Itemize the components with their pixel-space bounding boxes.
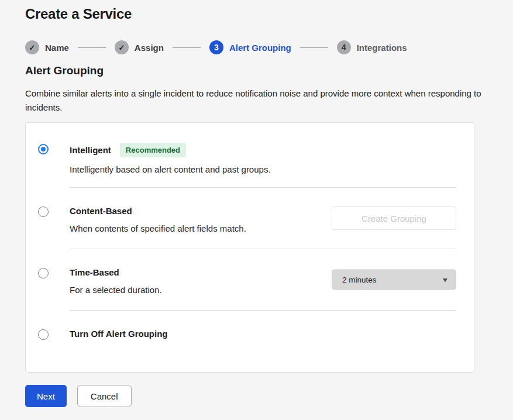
alert-grouping-options-card: Intelligent Recommended Intelligently ba…: [25, 122, 474, 373]
option-body: Turn Off Alert Grouping: [70, 328, 167, 339]
page-title: Create a Service: [25, 6, 500, 21]
option-action-area: 2 minutes ▼: [332, 270, 456, 290]
section-description: Combine similar alerts into a single inc…: [25, 87, 484, 115]
duration-dropdown-value: 2 minutes: [342, 276, 377, 284]
option-title-time-based: Time-Based: [70, 267, 119, 278]
option-head: Time-Based: [70, 267, 162, 278]
option-subtitle-content-based: When contents of specified alert fields …: [70, 223, 246, 234]
wizard-stepper: ✓ Name ✓ Assign 3 Alert Grouping 4 Integ…: [25, 40, 500, 54]
option-row-content-based[interactable]: Content-Based When contents of specified…: [26, 188, 474, 249]
option-subtitle-intelligent: Intelligently based on alert content and…: [70, 164, 271, 175]
option-body: Content-Based When contents of specified…: [70, 205, 246, 234]
step-assign[interactable]: ✓ Assign: [115, 40, 164, 54]
check-icon: ✓: [25, 40, 39, 54]
step-name[interactable]: ✓ Name: [25, 40, 69, 54]
cancel-button[interactable]: Cancel: [77, 385, 132, 407]
step-alert-grouping-label: Alert Grouping: [229, 43, 291, 53]
step-integrations-label: Integrations: [357, 43, 407, 53]
option-head: Intelligent Recommended: [70, 143, 271, 157]
option-row-intelligent[interactable]: Intelligent Recommended Intelligently ba…: [26, 123, 474, 187]
step-name-label: Name: [45, 43, 69, 53]
option-row-turn-off[interactable]: Turn Off Alert Grouping: [26, 311, 474, 372]
radio-intelligent[interactable]: [38, 144, 49, 154]
option-body: Time-Based For a selected duration.: [70, 267, 162, 295]
step-number: 4: [337, 40, 351, 54]
section-heading: Alert Grouping: [25, 64, 500, 77]
create-service-page: Create a Service ✓ Name ✓ Assign 3 Alert…: [0, 0, 513, 407]
radio-time-based[interactable]: [38, 268, 49, 278]
step-connector: [78, 47, 106, 48]
option-row-time-based[interactable]: Time-Based For a selected duration. 2 mi…: [26, 249, 474, 310]
step-alert-grouping[interactable]: 3 Alert Grouping: [209, 40, 291, 54]
check-icon: ✓: [115, 40, 129, 54]
option-title-content-based: Content-Based: [70, 205, 132, 216]
option-body: Intelligent Recommended Intelligently ba…: [70, 143, 271, 175]
radio-content-based[interactable]: [38, 206, 49, 217]
next-button[interactable]: Next: [25, 385, 67, 407]
create-grouping-button[interactable]: Create Grouping: [332, 206, 456, 230]
option-subtitle-time-based: For a selected duration.: [70, 284, 162, 295]
recommended-badge: Recommended: [120, 143, 186, 157]
option-title-intelligent: Intelligent: [70, 144, 111, 156]
option-head: Turn Off Alert Grouping: [70, 328, 167, 339]
duration-dropdown[interactable]: 2 minutes ▼: [332, 270, 456, 290]
option-title-turn-off: Turn Off Alert Grouping: [70, 328, 167, 339]
step-connector: [300, 47, 328, 48]
wizard-footer: Next Cancel: [25, 385, 500, 407]
step-integrations[interactable]: 4 Integrations: [337, 40, 407, 54]
option-head: Content-Based: [70, 205, 246, 216]
step-assign-label: Assign: [135, 43, 164, 53]
step-number: 3: [209, 40, 223, 54]
chevron-down-icon: ▼: [442, 277, 449, 283]
step-connector: [173, 47, 201, 48]
radio-turn-off[interactable]: [38, 329, 49, 340]
option-action-area: Create Grouping: [332, 206, 456, 230]
